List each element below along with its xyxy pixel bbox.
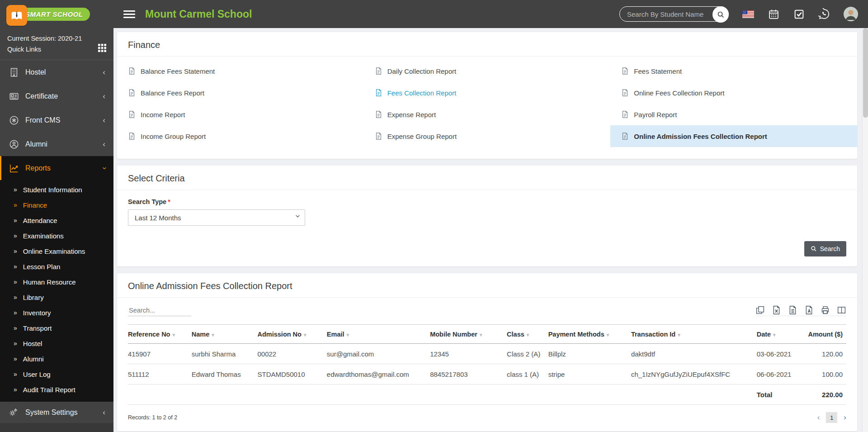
sidebar-item-front-cms[interactable]: Front CMS ‹ <box>0 108 113 132</box>
link-balance-fees-statement[interactable]: Balance Fees Statement <box>117 60 364 82</box>
col-date[interactable]: Date▾ <box>757 325 808 344</box>
col-name[interactable]: Name▾ <box>192 325 258 344</box>
search-button-label: Search <box>820 245 840 252</box>
submenu-label: Audit Trail Report <box>23 386 75 394</box>
col-class[interactable]: Class▾ <box>507 325 548 344</box>
cell-payment: Billplz <box>548 344 631 364</box>
cell-amount: 120.00 <box>808 344 846 364</box>
submenu-item-alumni[interactable]: »Alumni <box>0 351 113 366</box>
calendar-icon[interactable] <box>768 8 779 20</box>
file-icon <box>621 66 629 76</box>
vertical-scrollbar[interactable] <box>862 28 868 432</box>
smart-school-logo[interactable]: SMART SCHOOL <box>0 8 113 21</box>
submenu-item-examinations[interactable]: »Examinations <box>0 228 113 243</box>
submenu-item-library[interactable]: »Library <box>0 290 113 305</box>
link-fees-statement[interactable]: Fees Statement <box>610 60 857 82</box>
link-online-fees-collection-report[interactable]: Online Fees Collection Report <box>610 82 857 104</box>
double-arrow-icon: » <box>14 263 17 270</box>
file-icon <box>128 132 136 141</box>
language-flag-icon[interactable] <box>742 8 754 20</box>
link-income-group-report[interactable]: Income Group Report <box>117 125 364 147</box>
hamburger-icon[interactable] <box>123 9 135 20</box>
search-button[interactable]: Search <box>804 241 846 256</box>
submenu-item-attendance[interactable]: »Attendance <box>0 213 113 228</box>
submenu-label: Student Information <box>23 186 82 194</box>
table-search-input[interactable] <box>128 305 191 316</box>
link-payroll-report[interactable]: Payroll Report <box>610 104 857 125</box>
pagination-next[interactable]: › <box>844 413 846 422</box>
submenu-item-student-information[interactable]: »Student Information <box>0 182 113 197</box>
file-icon <box>375 88 382 97</box>
submenu-item-lesson-plan[interactable]: »Lesson Plan <box>0 259 113 274</box>
cell-transaction: dakt9dtf <box>631 344 757 364</box>
col-email[interactable]: Email▾ <box>327 325 430 344</box>
id-card-icon <box>9 91 19 101</box>
student-search-input[interactable] <box>620 10 728 18</box>
book-logo-icon <box>6 5 27 26</box>
link-label: Income Group Report <box>141 133 206 140</box>
pagination-prev[interactable]: ‹ <box>817 413 820 422</box>
csv-export-icon[interactable] <box>788 305 797 315</box>
submenu-item-audit-trail-report[interactable]: »Audit Trail Report <box>0 382 113 397</box>
column-visibility-icon[interactable] <box>837 305 846 315</box>
sidebar-item-alumni[interactable]: Alumni ‹ <box>0 132 113 156</box>
quick-links-grid-icon[interactable] <box>98 44 106 55</box>
double-arrow-icon: » <box>14 324 17 332</box>
search-type-label: Search Type <box>128 198 166 205</box>
submenu-label: Examinations <box>23 232 64 240</box>
copy-icon[interactable] <box>755 305 765 315</box>
sidebar-item-system-settings[interactable]: System Settings ‹ <box>0 402 113 423</box>
link-expense-group-report[interactable]: Expense Group Report <box>364 125 611 147</box>
sidebar-item-label: System Settings <box>25 408 78 417</box>
building-icon <box>9 67 19 77</box>
col-admission-no[interactable]: Admission No▾ <box>257 325 326 344</box>
submenu-item-transport[interactable]: »Transport <box>0 320 113 336</box>
whatsapp-icon[interactable] <box>818 8 830 20</box>
submenu-item-human-resource[interactable]: »Human Resource <box>0 274 113 290</box>
print-icon[interactable] <box>821 305 830 315</box>
todo-check-icon[interactable] <box>793 8 805 20</box>
link-balance-fees-report[interactable]: Balance Fees Report <box>117 82 364 104</box>
link-fees-collection-report[interactable]: Fees Collection Report <box>364 82 611 104</box>
cell-amount: 100.00 <box>808 364 846 385</box>
cell-name: surbhi Sharma <box>192 344 258 364</box>
user-avatar[interactable] <box>844 7 858 21</box>
link-daily-collection-report[interactable]: Daily Collection Report <box>364 60 611 82</box>
search-icon[interactable] <box>712 6 729 23</box>
col-transaction-id[interactable]: Transaction Id▾ <box>631 325 757 344</box>
submenu-item-hostel[interactable]: »Hostel <box>0 336 113 351</box>
cell-mobile: 12345 <box>430 344 507 364</box>
submenu-item-finance[interactable]: »Finance <box>0 197 113 213</box>
col-amount[interactable]: Amount ($) <box>808 325 846 344</box>
link-income-report[interactable]: Income Report <box>117 104 364 125</box>
top-navbar: SMART SCHOOL Mount Carmel School <box>0 0 868 28</box>
cell-class: Class 2 (A) <box>507 344 548 364</box>
sort-icon: ▾ <box>347 332 349 337</box>
link-expense-report[interactable]: Expense Report <box>364 104 611 125</box>
col-reference-no[interactable]: Reference No▾ <box>128 325 192 344</box>
col-mobile-number[interactable]: Mobile Number▾ <box>430 325 507 344</box>
pagination: ‹ 1 › <box>817 412 846 423</box>
sort-icon: ▾ <box>527 332 529 337</box>
submenu-item-user-log[interactable]: »User Log <box>0 366 113 382</box>
sidebar-item-reports[interactable]: Reports ‹ <box>0 156 113 180</box>
report-title: Online Admission Fees Collection Report <box>117 273 857 298</box>
excel-export-icon[interactable] <box>772 305 781 315</box>
submenu-label: Library <box>23 294 44 301</box>
scrollbar-thumb[interactable] <box>863 28 868 118</box>
sidebar-item-certificate[interactable]: Certificate ‹ <box>0 84 113 108</box>
sidebar-item-hostel[interactable]: Hostel ‹ <box>0 60 113 84</box>
pdf-export-icon[interactable] <box>804 305 814 315</box>
col-payment-methods[interactable]: Payment Methods▾ <box>548 325 631 344</box>
link-online-admission-fees-collection-report[interactable]: Online Admission Fees Collection Report <box>610 125 857 147</box>
gears-icon <box>9 408 19 418</box>
submenu-item-online-examinations[interactable]: »Online Examinations <box>0 243 113 259</box>
report-card: Online Admission Fees Collection Report … <box>117 273 857 431</box>
double-arrow-icon: » <box>14 232 17 239</box>
submenu-item-inventory[interactable]: »Inventory <box>0 305 113 320</box>
submenu-label: User Log <box>23 370 51 378</box>
double-arrow-icon: » <box>14 201 17 209</box>
search-type-select[interactable]: Last 12 Months <box>128 209 305 226</box>
file-icon <box>128 66 136 76</box>
pagination-page-1[interactable]: 1 <box>826 412 837 423</box>
